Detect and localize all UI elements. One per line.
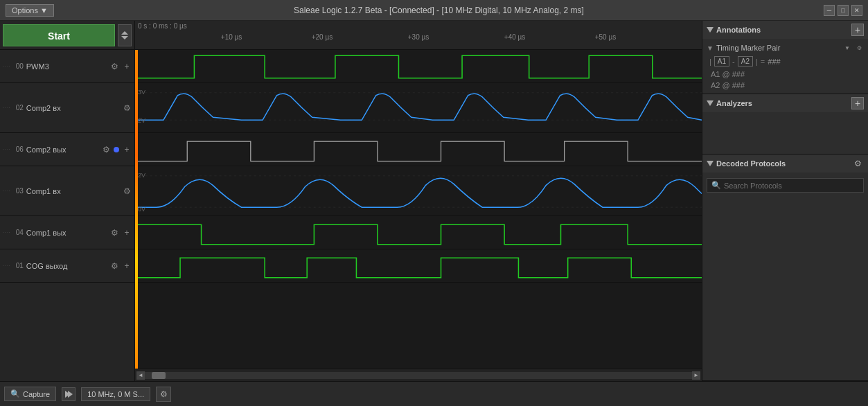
a2-annotation-line: A2 @ ### — [707, 80, 864, 91]
arrow-down-icon — [121, 36, 128, 39]
channel-name: Comp1 вх — [26, 187, 119, 195]
channel-add-icon[interactable]: + — [122, 228, 132, 238]
arrow-up-icon — [121, 31, 128, 35]
channel-gear-icon[interactable]: ⚙ — [109, 228, 119, 238]
search-icon: 🔍 — [711, 181, 721, 190]
scrollbar-area: ◄ ► — [135, 369, 702, 381]
main-layout: Start ···· 00 PWM3 ⚙ + ···· 02 Comp2 вх … — [0, 21, 868, 381]
channel-row: ···· 02 Comp2 вх ⚙ — [0, 83, 134, 133]
bottom-bar: 🔍 Capture 10 MHz, 0 M S... ⚙ — [0, 381, 868, 406]
analyzers-title: Analyzers — [716, 99, 849, 107]
forward-icon2 — [68, 391, 73, 398]
channel-gear-icon[interactable]: ⚙ — [101, 145, 111, 155]
channel-panel: Start ···· 00 PWM3 ⚙ + ···· 02 Comp2 вх … — [0, 21, 135, 381]
annotations-content: ▼ Timing Marker Pair ▼ ⚙ | A1 - A2 | = #… — [702, 39, 868, 94]
waveform-row-comp1vy — [135, 216, 702, 249]
scroll-right-button[interactable]: ► — [692, 371, 700, 380]
decoded-protocols-collapse-icon[interactable] — [707, 161, 714, 166]
comp2vx-grid — [135, 83, 702, 132]
waveform-rows: 3V 2V 2V 0V — [135, 50, 702, 369]
start-button[interactable]: Start — [3, 24, 115, 46]
time-ruler: 0 s : 0 ms : 0 µs +10 µs +20 µs +30 µs +… — [135, 21, 702, 50]
a1-box: A1 — [714, 56, 729, 67]
search-capture-icon: 🔍 — [10, 389, 20, 398]
close-button[interactable]: ✕ — [851, 5, 862, 16]
start-arrow-button[interactable] — [118, 24, 132, 46]
annotations-header: Annotations + — [702, 21, 868, 39]
a2-box: A2 — [738, 56, 753, 67]
time-zero-label: 0 s : 0 ms : 0 µs — [138, 22, 187, 30]
timing-marker-dropdown-icon[interactable]: ▼ — [842, 43, 852, 53]
analyzers-section: Analyzers + — [702, 94, 868, 155]
annotations-title: Annotations — [716, 26, 849, 34]
channel-gear-icon[interactable]: ⚙ — [109, 62, 119, 71]
scroll-thumb[interactable] — [152, 372, 166, 379]
annotations-add-button[interactable]: + — [851, 24, 864, 36]
channel-dots: ···· — [3, 263, 11, 268]
channel-number: 06 — [14, 145, 24, 153]
comp1vy-waveform — [138, 216, 702, 249]
waveform-row-cog — [135, 249, 702, 283]
channel-dots: ···· — [3, 230, 11, 235]
minimize-button[interactable]: ─ — [824, 5, 835, 16]
analyzers-content — [702, 112, 868, 154]
channel-name: Comp2 вх — [26, 104, 119, 112]
time-marker: +40 µs — [504, 33, 526, 41]
timing-marker-row: ▼ Timing Marker Pair ▼ ⚙ — [707, 42, 864, 54]
equals-sep: = — [761, 58, 765, 66]
analyzers-collapse-icon[interactable] — [707, 100, 714, 106]
timing-marker-gear-icon[interactable]: ⚙ — [854, 43, 864, 53]
annotation-formula: | A1 - A2 | = ### — [707, 54, 864, 69]
time-marker: +10 µs — [221, 33, 242, 41]
session-settings-button[interactable]: ⚙ — [156, 387, 171, 402]
forward-button[interactable] — [62, 387, 76, 401]
scroll-left-button[interactable]: ◄ — [136, 371, 145, 380]
channel-name: PWM3 — [26, 62, 107, 71]
channel-number: 03 — [14, 187, 24, 195]
channel-gear-icon[interactable]: ⚙ — [122, 186, 132, 196]
capture-button[interactable]: 🔍 Capture — [4, 387, 56, 401]
search-protocols-input[interactable] — [724, 182, 859, 190]
channel-gear-icon[interactable]: ⚙ — [122, 103, 132, 113]
time-marker: +30 µs — [408, 33, 429, 41]
decoded-protocols-header: Decoded Protocols ⚙ — [702, 155, 868, 173]
timing-marker-icon: ▼ — [707, 44, 714, 52]
pipe-sep2: | — [756, 58, 758, 66]
channel-name: COG выход — [26, 262, 107, 270]
waveform-row-comp2vx: 3V 2V — [135, 83, 702, 133]
decoded-protocols-title: Decoded Protocols — [716, 159, 849, 168]
options-label: Options — [12, 6, 38, 15]
channel-add-icon[interactable]: + — [122, 261, 132, 271]
options-button[interactable]: Options ▼ — [6, 4, 54, 17]
channel-number: 04 — [14, 229, 24, 236]
timing-marker-label: Timing Marker Pair — [716, 44, 840, 52]
channel-add-icon[interactable]: + — [122, 62, 132, 71]
timing-marker-controls: ▼ ⚙ — [842, 43, 864, 53]
search-protocols-field[interactable]: 🔍 — [707, 178, 864, 193]
start-area: Start — [0, 21, 134, 50]
window-title: Saleae Logic 1.2.7 Beta - [Connected] - … — [54, 6, 824, 15]
anno-result-value: ### — [768, 58, 780, 66]
pipe-sep: | — [709, 58, 711, 66]
scroll-track[interactable] — [145, 372, 692, 379]
minus-sep: - — [732, 58, 735, 66]
annotations-section: Annotations + ▼ Timing Marker Pair ▼ ⚙ |… — [702, 21, 868, 94]
cog-waveform — [138, 249, 702, 283]
channel-row: ···· 01 COG выход ⚙ + — [0, 249, 134, 283]
decoded-protocols-gear-icon[interactable]: ⚙ — [851, 157, 864, 170]
pwm3-waveform — [138, 50, 702, 83]
channel-number: 01 — [14, 262, 24, 270]
decoded-protocols-content: 🔍 — [702, 173, 868, 198]
analyzers-add-button[interactable]: + — [851, 97, 864, 109]
analyzers-header: Analyzers + — [702, 94, 868, 112]
comp2vy-waveform — [138, 133, 702, 166]
channel-add-icon[interactable]: + — [122, 145, 132, 155]
comp1vx-grid — [135, 166, 702, 215]
channel-gear-icon[interactable]: ⚙ — [109, 261, 119, 271]
annotations-collapse-icon[interactable] — [707, 27, 714, 33]
maximize-button[interactable]: □ — [838, 5, 849, 16]
time-marker: +20 µs — [312, 33, 333, 41]
channel-dots: ···· — [3, 188, 11, 193]
channel-rows: ···· 00 PWM3 ⚙ + ···· 02 Comp2 вх ⚙ ····… — [0, 50, 134, 381]
a1-annotation-line: A1 @ ### — [707, 69, 864, 80]
